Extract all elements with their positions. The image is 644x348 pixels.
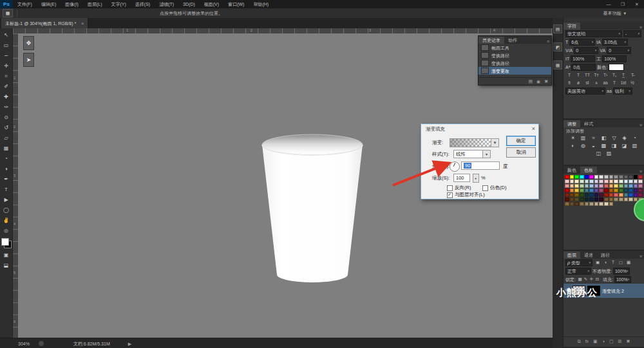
lock-position-icon[interactable]: ✛ bbox=[589, 277, 594, 283]
color-swatch[interactable] bbox=[574, 202, 579, 206]
panel-menu-icon[interactable]: ≡ bbox=[639, 254, 644, 259]
opacity-field[interactable]: 100%▾ bbox=[613, 268, 630, 275]
font-style-dropdown[interactable]: -▾ bbox=[623, 30, 641, 37]
color-swatch[interactable] bbox=[629, 175, 633, 179]
filter-shape-icon[interactable]: ▢ bbox=[617, 260, 625, 266]
status-options-arrow-icon[interactable]: ▶ bbox=[128, 342, 131, 346]
color-swatch[interactable] bbox=[609, 197, 614, 201]
color-swatch[interactable] bbox=[629, 188, 633, 192]
tab-channels[interactable]: 通道 bbox=[580, 252, 597, 259]
angle-input[interactable]: 90 bbox=[461, 161, 500, 170]
color-swatch[interactable] bbox=[589, 193, 594, 197]
text-format-button[interactable]: T₁ bbox=[611, 72, 618, 78]
color-swatch[interactable] bbox=[604, 184, 609, 188]
color-swatch[interactable] bbox=[614, 179, 618, 183]
channel-mixer-icon[interactable]: ◒ bbox=[589, 142, 599, 150]
color-swatch[interactable] bbox=[634, 193, 638, 197]
color-swatch[interactable] bbox=[629, 193, 633, 197]
opentype-button[interactable]: ½ bbox=[629, 80, 636, 86]
color-swatch[interactable] bbox=[609, 175, 614, 179]
layer-group-icon[interactable]: ▢ bbox=[609, 339, 614, 343]
color-swatch[interactable] bbox=[585, 175, 589, 179]
color-swatch[interactable] bbox=[624, 179, 629, 183]
hue-saturation-icon[interactable]: ◈ bbox=[620, 134, 630, 142]
history-state[interactable]: 渐变更改 bbox=[478, 67, 551, 75]
color-swatch[interactable] bbox=[629, 179, 633, 183]
tab-layers[interactable]: 图层 bbox=[564, 252, 580, 259]
color-swatch[interactable] bbox=[585, 188, 589, 192]
gradient-picker-arrow-icon[interactable]: ▼ bbox=[491, 138, 499, 147]
color-swatch[interactable] bbox=[574, 197, 579, 201]
color-swatch[interactable] bbox=[585, 193, 589, 197]
color-swatch[interactable] bbox=[570, 175, 574, 179]
color-lookup-icon[interactable]: ▩ bbox=[599, 142, 609, 150]
layer-style-icon[interactable]: fx bbox=[585, 339, 589, 343]
text-format-button[interactable]: TT bbox=[583, 72, 591, 78]
opentype-button[interactable]: ᴀ bbox=[592, 80, 600, 86]
color-swatch[interactable] bbox=[589, 179, 594, 183]
delete-state-icon[interactable]: ✖ bbox=[544, 79, 548, 84]
lasso-tool[interactable]: ∽ bbox=[1, 51, 12, 61]
color-swatch[interactable] bbox=[589, 175, 594, 179]
color-swatch[interactable] bbox=[624, 175, 629, 179]
color-swatch[interactable] bbox=[619, 197, 623, 201]
healing-brush-tool[interactable]: ✚ bbox=[1, 92, 12, 102]
tab-paths[interactable]: 路径 bbox=[597, 252, 614, 259]
menu-item[interactable]: 图像(I) bbox=[61, 0, 83, 8]
move-badge-icon[interactable]: ✥ bbox=[23, 36, 34, 50]
color-swatch[interactable] bbox=[604, 188, 609, 192]
color-swatch[interactable] bbox=[580, 197, 584, 201]
color-swatch[interactable] bbox=[585, 184, 589, 188]
kerning-field[interactable]: 0▾ bbox=[574, 47, 598, 54]
path-selection-tool[interactable]: ▶ bbox=[1, 195, 12, 205]
color-swatch[interactable] bbox=[604, 175, 609, 179]
color-swatch[interactable] bbox=[589, 184, 594, 188]
color-swatch[interactable] bbox=[565, 188, 569, 192]
type-tool[interactable]: T bbox=[1, 185, 12, 195]
color-swatch-control[interactable] bbox=[1, 238, 12, 248]
color-swatch[interactable] bbox=[634, 188, 638, 192]
language-dropdown[interactable]: 美国英语▾ bbox=[565, 87, 605, 95]
baseline-field[interactable]: 0点 bbox=[571, 64, 596, 71]
selective-color-icon[interactable]: ◫ bbox=[594, 150, 604, 158]
properties-panel-icon[interactable]: ◩ bbox=[553, 42, 562, 51]
curves-icon[interactable]: ≈ bbox=[589, 134, 599, 142]
color-swatch[interactable] bbox=[614, 175, 618, 179]
color-swatch[interactable] bbox=[599, 184, 603, 188]
gradient-tool[interactable]: ▦ bbox=[1, 143, 12, 154]
color-swatch[interactable] bbox=[624, 184, 629, 188]
color-swatch[interactable] bbox=[599, 193, 603, 197]
color-swatch[interactable] bbox=[614, 184, 618, 188]
color-swatch[interactable] bbox=[589, 197, 594, 201]
panel-menu-icon[interactable]: ≡ bbox=[639, 123, 644, 127]
color-swatch[interactable] bbox=[574, 175, 579, 179]
quick-mask-icon[interactable]: ▣ bbox=[1, 250, 12, 261]
color-swatch[interactable] bbox=[580, 184, 584, 188]
color-swatch[interactable] bbox=[574, 193, 579, 197]
color-swatch[interactable] bbox=[594, 197, 599, 201]
vertical-scale-field[interactable]: 100% bbox=[571, 55, 595, 62]
zoom-tool[interactable]: ◎ bbox=[1, 226, 12, 236]
color-swatch[interactable] bbox=[580, 202, 584, 206]
menu-item[interactable]: 文件(F) bbox=[13, 0, 37, 8]
menu-item[interactable]: 3D(D) bbox=[178, 0, 200, 8]
color-swatch[interactable] bbox=[580, 179, 584, 183]
color-swatch[interactable] bbox=[574, 184, 579, 188]
brightness-contrast-icon[interactable]: ☀ bbox=[568, 134, 578, 142]
color-swatch[interactable] bbox=[634, 184, 638, 188]
fill-field[interactable]: 100%▾ bbox=[614, 276, 631, 283]
link-layers-icon[interactable]: ⧉ bbox=[578, 339, 581, 343]
tab-actions[interactable]: 动作 bbox=[504, 37, 521, 44]
current-tool-icon[interactable]: ▦ bbox=[3, 9, 13, 17]
document-tab[interactable]: 未标题-1 @ 304%(椭圆 1, RGB/8) * × bbox=[1, 18, 88, 28]
tracking-field[interactable]: 0▾ bbox=[607, 47, 631, 54]
menu-item[interactable]: 窗口(W) bbox=[223, 0, 249, 8]
color-swatch[interactable] bbox=[580, 175, 584, 179]
filter-smart-icon[interactable]: ▦ bbox=[625, 260, 632, 266]
marquee-tool[interactable]: ▭ bbox=[1, 41, 12, 51]
font-family-dropdown[interactable]: 华文琥珀▾ bbox=[565, 30, 622, 37]
delete-layer-icon[interactable]: ✖ bbox=[626, 339, 630, 343]
layers-empty-area[interactable] bbox=[564, 298, 644, 336]
color-swatch[interactable] bbox=[634, 179, 638, 183]
text-format-button[interactable]: T¹ bbox=[601, 72, 609, 78]
